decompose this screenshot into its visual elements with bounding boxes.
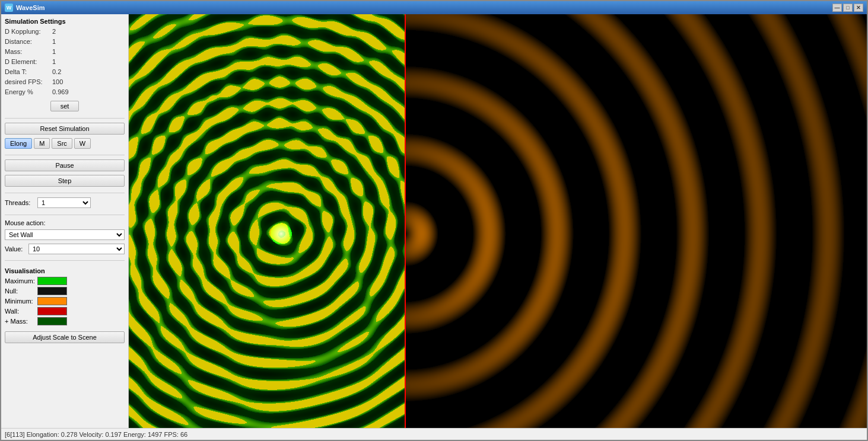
minimize-button[interactable]: — bbox=[832, 4, 842, 12]
desired-fps-row: desired FPS: 100 bbox=[5, 78, 125, 85]
energy-value: 0.969 bbox=[52, 88, 69, 95]
maximum-color-swatch[interactable] bbox=[37, 277, 67, 285]
wall-label: Wall: bbox=[5, 308, 37, 315]
wall-color-swatch[interactable] bbox=[37, 307, 67, 315]
energy-row: Energy % 0.969 bbox=[5, 88, 125, 95]
maximum-label: Maximum: bbox=[5, 277, 37, 285]
delta-t-row: Delta T: 0.2 bbox=[5, 68, 125, 75]
visualisation-section: Visualisation Maximum: Null: Minimum: Wa… bbox=[5, 267, 125, 327]
null-color-swatch[interactable] bbox=[37, 287, 67, 295]
value-row: Value: 10 5 1 bbox=[5, 244, 125, 254]
desired-fps-label: desired FPS: bbox=[5, 78, 52, 85]
reset-simulation-button[interactable]: Reset Simulation bbox=[5, 123, 125, 135]
window-title: WaveSim bbox=[16, 4, 832, 11]
minimum-vis-row: Minimum: bbox=[5, 297, 125, 305]
pause-button[interactable]: Pause bbox=[5, 159, 125, 171]
null-label: Null: bbox=[5, 287, 37, 295]
main-area: Simulation Settings D Kopplung: 2 Distan… bbox=[1, 14, 867, 428]
settings-title: Simulation Settings bbox=[5, 18, 125, 25]
step-button[interactable]: Step bbox=[5, 175, 125, 187]
maximum-vis-row: Maximum: bbox=[5, 277, 125, 285]
mass-label: + Mass: bbox=[5, 318, 37, 325]
threads-select[interactable]: 1 2 4 bbox=[37, 197, 91, 208]
wall-vis-row: Wall: bbox=[5, 307, 125, 315]
app-icon: W bbox=[5, 4, 13, 12]
maximize-button[interactable]: □ bbox=[843, 4, 853, 12]
delta-t-value: 0.2 bbox=[52, 68, 61, 75]
mass-row: Mass: 1 bbox=[5, 48, 125, 55]
status-bar: [6[113] Elongation: 0.278 Velocity: 0.19… bbox=[1, 428, 867, 440]
d-element-value: 1 bbox=[52, 58, 56, 65]
d-kopplung-value: 2 bbox=[52, 28, 56, 35]
d-kopplung-label: D Kopplung: bbox=[5, 28, 52, 35]
status-text: [6[113] Elongation: 0.278 Velocity: 0.19… bbox=[5, 431, 187, 438]
mass-color-swatch[interactable] bbox=[37, 317, 67, 325]
threads-row: Threads: 1 2 4 bbox=[5, 197, 125, 208]
wave-simulation-area[interactable] bbox=[129, 14, 867, 428]
close-button[interactable]: ✕ bbox=[854, 4, 863, 12]
mass-label: Mass: bbox=[5, 48, 52, 55]
set-button[interactable]: set bbox=[50, 101, 80, 111]
adjust-scale-button[interactable]: Adjust Scale to Scene bbox=[5, 331, 125, 343]
title-bar: W WaveSim — □ ✕ bbox=[1, 1, 867, 14]
main-window: W WaveSim — □ ✕ Simulation Settings D Ko… bbox=[0, 0, 868, 441]
distance-value: 1 bbox=[52, 38, 56, 45]
src-button[interactable]: Src bbox=[52, 138, 72, 149]
mode-buttons: Elong M Src W bbox=[5, 138, 125, 149]
d-kopplung-row: D Kopplung: 2 bbox=[5, 28, 125, 35]
title-controls: — □ ✕ bbox=[832, 4, 863, 12]
desired-fps-value: 100 bbox=[52, 78, 63, 85]
null-vis-row: Null: bbox=[5, 287, 125, 295]
threads-label: Threads: bbox=[5, 199, 37, 206]
d-element-label: D Element: bbox=[5, 58, 52, 65]
m-button[interactable]: M bbox=[34, 138, 50, 149]
delta-t-label: Delta T: bbox=[5, 68, 52, 75]
minimum-color-swatch[interactable] bbox=[37, 297, 67, 305]
value-label: Value: bbox=[5, 245, 28, 253]
d-element-row: D Element: 1 bbox=[5, 58, 125, 65]
vis-title: Visualisation bbox=[5, 267, 125, 274]
mouse-action-label: Mouse action: bbox=[5, 219, 125, 226]
distance-label: Distance: bbox=[5, 38, 52, 45]
mass-vis-row: + Mass: bbox=[5, 317, 125, 325]
mass-value: 1 bbox=[52, 48, 56, 55]
sidebar: Simulation Settings D Kopplung: 2 Distan… bbox=[1, 14, 129, 428]
elong-button[interactable]: Elong bbox=[5, 138, 32, 149]
energy-label: Energy % bbox=[5, 88, 52, 95]
distance-row: Distance: 1 bbox=[5, 38, 125, 45]
wave-canvas[interactable] bbox=[129, 14, 867, 428]
w-button[interactable]: W bbox=[74, 138, 91, 149]
mouse-action-select[interactable]: Set Wall Set Source Set Mass bbox=[5, 229, 125, 240]
minimum-label: Minimum: bbox=[5, 298, 37, 305]
value-select[interactable]: 10 5 1 bbox=[28, 244, 125, 254]
mouse-action-row: Set Wall Set Source Set Mass bbox=[5, 229, 125, 240]
